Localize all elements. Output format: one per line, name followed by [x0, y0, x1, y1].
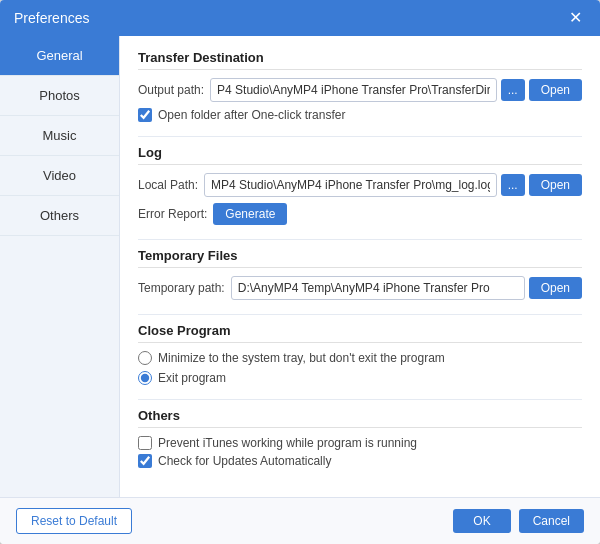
section-title-transfer: Transfer Destination	[138, 50, 582, 70]
output-path-row: Output path: ... Open	[138, 78, 582, 102]
sidebar-item-others[interactable]: Others	[0, 196, 119, 236]
temp-path-open-button[interactable]: Open	[529, 277, 582, 299]
sidebar: General Photos Music Video Others	[0, 36, 120, 497]
section-title-others: Others	[138, 408, 582, 428]
footer: Reset to Default OK Cancel	[0, 497, 600, 544]
prevent-itunes-row: Prevent iTunes working while program is …	[138, 436, 582, 450]
dialog-body: General Photos Music Video Others Transf…	[0, 36, 600, 497]
prevent-itunes-checkbox[interactable]	[138, 436, 152, 450]
open-folder-checkbox-row: Open folder after One-click transfer	[138, 108, 582, 122]
cancel-button[interactable]: Cancel	[519, 509, 584, 533]
generate-button[interactable]: Generate	[213, 203, 287, 225]
section-log: Log Local Path: ... Open Error Report: G…	[138, 145, 582, 225]
footer-right-buttons: OK Cancel	[453, 509, 584, 533]
prevent-itunes-label: Prevent iTunes working while program is …	[158, 436, 417, 450]
radio-minimize-row: Minimize to the system tray, but don't e…	[138, 351, 582, 365]
section-temporary-files: Temporary Files Temporary path: Open	[138, 248, 582, 300]
content-area: Transfer Destination Output path: ... Op…	[120, 36, 600, 497]
section-title-temp: Temporary Files	[138, 248, 582, 268]
open-folder-checkbox[interactable]	[138, 108, 152, 122]
check-updates-checkbox[interactable]	[138, 454, 152, 468]
local-path-input[interactable]	[204, 173, 497, 197]
local-path-label: Local Path:	[138, 178, 198, 192]
section-close-program: Close Program Minimize to the system tra…	[138, 323, 582, 385]
sidebar-item-general[interactable]: General	[0, 36, 119, 76]
local-path-row: Local Path: ... Open	[138, 173, 582, 197]
radio-exit[interactable]	[138, 371, 152, 385]
radio-exit-label: Exit program	[158, 371, 226, 385]
temp-path-input[interactable]	[231, 276, 525, 300]
sidebar-item-video[interactable]: Video	[0, 156, 119, 196]
section-title-close: Close Program	[138, 323, 582, 343]
check-updates-row: Check for Updates Automatically	[138, 454, 582, 468]
log-path-dots-button[interactable]: ...	[501, 174, 525, 196]
log-path-open-button[interactable]: Open	[529, 174, 582, 196]
sidebar-item-music[interactable]: Music	[0, 116, 119, 156]
radio-minimize[interactable]	[138, 351, 152, 365]
ok-button[interactable]: OK	[453, 509, 510, 533]
output-path-label: Output path:	[138, 83, 204, 97]
temp-path-row: Temporary path: Open	[138, 276, 582, 300]
section-title-log: Log	[138, 145, 582, 165]
radio-exit-row: Exit program	[138, 371, 582, 385]
dialog-title: Preferences	[14, 10, 89, 26]
check-updates-label: Check for Updates Automatically	[158, 454, 331, 468]
error-report-label: Error Report:	[138, 207, 207, 221]
temp-path-label: Temporary path:	[138, 281, 225, 295]
section-others: Others Prevent iTunes working while prog…	[138, 408, 582, 468]
section-transfer-destination: Transfer Destination Output path: ... Op…	[138, 50, 582, 122]
close-button[interactable]: ✕	[565, 8, 586, 28]
error-report-row: Error Report: Generate	[138, 203, 582, 225]
title-bar: Preferences ✕	[0, 0, 600, 36]
sidebar-item-photos[interactable]: Photos	[0, 76, 119, 116]
reset-to-default-button[interactable]: Reset to Default	[16, 508, 132, 534]
output-path-dots-button[interactable]: ...	[501, 79, 525, 101]
preferences-dialog: Preferences ✕ General Photos Music Video…	[0, 0, 600, 544]
open-folder-label: Open folder after One-click transfer	[158, 108, 345, 122]
output-path-open-button[interactable]: Open	[529, 79, 582, 101]
radio-minimize-label: Minimize to the system tray, but don't e…	[158, 351, 445, 365]
output-path-input[interactable]	[210, 78, 497, 102]
